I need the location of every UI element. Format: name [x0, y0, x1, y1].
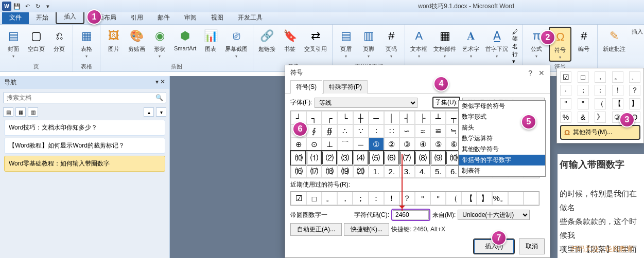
recent-symbol[interactable]: "	[430, 192, 446, 205]
blank-page-button[interactable]: ▢空白页	[26, 27, 47, 60]
symbol-cell[interactable]: ┼	[353, 111, 369, 124]
dialog-help-icon[interactable]: ?	[528, 69, 532, 77]
hyperlink-button[interactable]: 🔗超链接	[256, 27, 277, 54]
subset-opt[interactable]: 制表符	[459, 165, 545, 176]
quick-symbol[interactable]: （	[595, 98, 606, 109]
subset-opt[interactable]: 类似字母的符号	[459, 101, 545, 112]
quick-symbol[interactable]: ！	[612, 85, 623, 96]
symbol-cell[interactable]: ③	[399, 138, 415, 151]
symbol-cell[interactable]: ④	[415, 138, 430, 151]
redo-button[interactable]: ↻	[33, 2, 42, 11]
recent-symbols[interactable]: ☑□。，；：！？""（【】%。	[290, 191, 539, 206]
symbol-cell[interactable]: ∽	[399, 124, 415, 138]
symbol-cell[interactable]: ⑼	[430, 151, 446, 164]
nav-next[interactable]: ▾	[156, 107, 166, 117]
tab-special[interactable]: 特殊字符(P)	[323, 80, 368, 94]
char-code-input[interactable]	[393, 210, 429, 219]
symbol-cell[interactable]: ①	[369, 138, 384, 151]
quick-symbol[interactable]: 】	[629, 98, 640, 109]
autocorrect-button[interactable]: 自动更正(A)...	[290, 223, 342, 236]
quick-symbol[interactable]: ，	[595, 71, 606, 83]
symbol-cell[interactable]: │	[384, 111, 399, 124]
new-comment-button[interactable]: ✎新建批注	[601, 27, 628, 54]
symbol-cell[interactable]: ②	[384, 138, 399, 151]
symbol-cell[interactable]: ⑶	[337, 151, 353, 164]
crossref-button[interactable]: ⇄交叉引用	[302, 27, 329, 54]
recent-symbol[interactable]: ！	[384, 192, 399, 205]
quick-symbol[interactable]: □	[578, 71, 589, 83]
dialog-close-icon[interactable]: ✕	[538, 69, 545, 77]
quick-symbol[interactable]: 【	[612, 98, 623, 109]
picture-button[interactable]: 🖼图片	[103, 27, 124, 60]
save-button[interactable]: 💾	[12, 2, 22, 11]
clipart-button[interactable]: 🎨剪贴画	[126, 27, 147, 60]
recent-symbol[interactable]: ☑	[291, 192, 306, 205]
quick-symbol[interactable]: %	[560, 112, 571, 123]
recent-symbol[interactable]: %。	[492, 192, 508, 205]
quick-symbol[interactable]: &	[578, 112, 589, 123]
symbol-cell[interactable]: ∶	[369, 124, 384, 138]
font-select[interactable]: 等线	[315, 98, 417, 108]
nav-view-headings[interactable]: ▤	[3, 107, 13, 117]
nav-item-0[interactable]: Word技巧：文档水印你知多少？	[4, 120, 165, 136]
symbol-cell[interactable]: ⒆	[337, 164, 353, 178]
chart-button[interactable]: 📊图表	[200, 27, 221, 60]
footer-button[interactable]: ▥页脚▾	[358, 27, 379, 60]
tab-mailings[interactable]: 邮件	[150, 11, 177, 24]
symbol-cell[interactable]: ∮	[306, 124, 322, 138]
quick-symbol[interactable]: "	[578, 98, 589, 109]
symbol-cell[interactable]: 4.	[415, 164, 430, 178]
quick-symbol[interactable]: 。	[612, 71, 623, 83]
nav-prev[interactable]: ▴	[144, 107, 154, 117]
shortcut-key-button[interactable]: 快捷键(K)...	[344, 223, 389, 236]
symbol-cell[interactable]: ├	[415, 111, 430, 124]
symbol-cell[interactable]: ⑹	[384, 151, 399, 164]
symbol-cell[interactable]: 5.	[430, 164, 446, 178]
recent-symbol[interactable]: "	[415, 192, 430, 205]
symbol-cell[interactable]: 2.	[384, 164, 399, 178]
symbol-cell[interactable]: ─	[369, 111, 384, 124]
smartart-button[interactable]: ⬢SmartArt	[172, 27, 198, 60]
table-button[interactable]: ▦表格▾	[76, 27, 97, 60]
recent-symbol[interactable]: ；	[353, 192, 368, 205]
symbol-cell[interactable]: ┤	[399, 111, 415, 124]
symbol-cell[interactable]: ⑷	[353, 151, 369, 164]
symbol-cell[interactable]: ⌒	[337, 138, 353, 151]
cover-page-button[interactable]: ▤封面▾	[3, 27, 24, 60]
pagenum-button[interactable]: #页码▾	[381, 27, 402, 60]
quick-symbol[interactable]: ：	[595, 85, 606, 96]
page-break-button[interactable]: ⎌分页	[49, 27, 69, 60]
symbol-cell[interactable]: ∴	[337, 124, 353, 138]
symbol-cell[interactable]: ⑴	[306, 151, 322, 164]
recent-symbol[interactable]: （	[446, 192, 461, 205]
header-button[interactable]: ▤页眉▾	[336, 27, 356, 60]
insert-menu[interactable]: 插入	[630, 27, 644, 54]
qat-dropdown[interactable]: ▾	[43, 2, 53, 11]
recent-symbol[interactable]: □	[306, 192, 322, 205]
quick-symbol[interactable]: ·	[560, 85, 571, 96]
symbol-cell[interactable]: ⒇	[353, 164, 369, 178]
quick-symbol[interactable]: ；	[578, 85, 589, 96]
symbol-cell[interactable]: ≈	[415, 124, 430, 138]
recent-symbol[interactable]: 【	[461, 192, 477, 205]
recent-symbol[interactable]: 】	[477, 192, 492, 205]
symbol-cell[interactable]: ┴	[430, 111, 446, 124]
symbol-cell[interactable]: ≌	[430, 124, 446, 138]
symbol-cell[interactable]: ∯	[322, 124, 337, 138]
symbol-cell[interactable]: ┌	[322, 111, 337, 124]
nav-close-icon[interactable]: ▾ ✕	[155, 78, 165, 87]
search-icon[interactable]: 🔍	[155, 94, 163, 101]
subset-opt[interactable]: 其他数学符号	[459, 144, 545, 155]
symbol-cell[interactable]: ⑻	[415, 151, 430, 164]
bookmark-button[interactable]: 🔖书签	[280, 27, 300, 54]
shapes-button[interactable]: ◉形状▾	[149, 27, 170, 60]
symbol-cell[interactable]: ⒄	[306, 164, 322, 178]
symbol-cell[interactable]: ⊕	[291, 138, 306, 151]
symbol-cell[interactable]: ∵	[353, 124, 369, 138]
tab-symbols[interactable]: 符号(S)	[290, 80, 322, 94]
tab-review[interactable]: 审阅	[177, 11, 204, 24]
nav-search-input[interactable]	[3, 92, 166, 103]
tab-references[interactable]: 引用	[124, 11, 150, 24]
symbol-cell[interactable]: ⑵	[322, 151, 337, 164]
nav-item-1[interactable]: 【Word教程】如何显示Word的裁剪标记？	[4, 138, 165, 154]
